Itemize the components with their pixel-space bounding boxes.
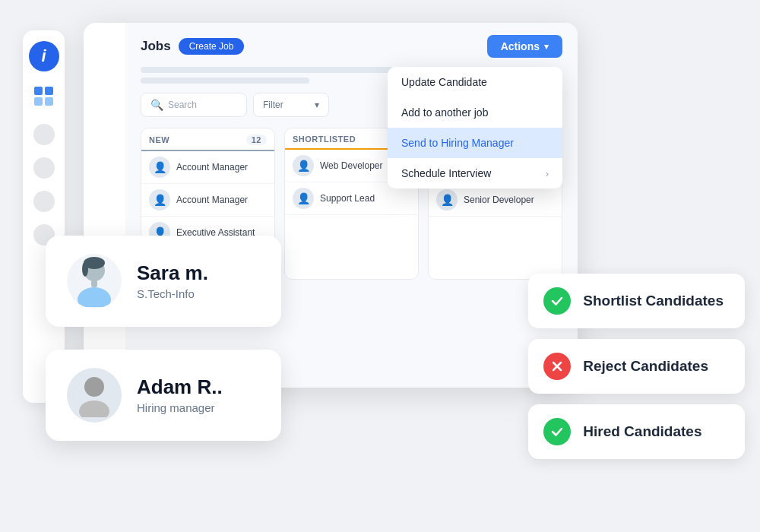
sidebar-dot-1[interactable] bbox=[33, 124, 55, 145]
header-left: Jobs Create Job bbox=[141, 38, 244, 55]
adam-avatar bbox=[67, 368, 122, 423]
skeleton-line-2 bbox=[141, 78, 309, 84]
action-card-shortlist[interactable]: Shortlist Candidates bbox=[528, 274, 745, 328]
action-card-hired[interactable]: Hired Candidates bbox=[528, 404, 745, 459]
sara-avatar bbox=[67, 254, 122, 309]
svg-point-2 bbox=[82, 261, 88, 277]
sidebar-dot-3[interactable] bbox=[33, 191, 55, 212]
hired-check-icon bbox=[543, 418, 571, 445]
sidebar: i bbox=[23, 30, 65, 403]
dropdown-item-send[interactable]: Send to Hiring Manager bbox=[388, 128, 562, 158]
adam-info: Adam R.. Hiring manager bbox=[137, 376, 223, 414]
filter-select[interactable]: Filter ▾ bbox=[253, 93, 329, 117]
svg-point-3 bbox=[78, 287, 111, 307]
create-job-button[interactable]: Create Job bbox=[179, 38, 245, 55]
adam-name: Adam R.. bbox=[137, 376, 223, 398]
search-box[interactable]: 🔍 Search bbox=[141, 93, 247, 117]
chevron-right-icon: › bbox=[546, 168, 549, 179]
search-icon: 🔍 bbox=[150, 99, 163, 111]
shortlist-label: Shortlist Candidates bbox=[583, 293, 724, 309]
reject-label: Reject Candidates bbox=[583, 358, 708, 375]
new-count: 12 bbox=[246, 135, 267, 145]
kanban-card-other-2[interactable]: 👤 Senior Developer bbox=[429, 184, 562, 217]
svg-point-5 bbox=[84, 377, 104, 397]
avatar-new-1: 👤 bbox=[149, 157, 170, 178]
avatar-other-2: 👤 bbox=[436, 189, 458, 211]
search-placeholder: Search bbox=[168, 100, 197, 110]
dropdown-item-add[interactable]: Add to another job bbox=[388, 97, 562, 128]
action-card-reject[interactable]: Reject Candidates bbox=[528, 339, 745, 394]
avatar-new-2: 👤 bbox=[149, 189, 170, 211]
avatar-short-2: 👤 bbox=[293, 188, 314, 209]
main-content: Jobs Create Job Actions ▾ Update Candida… bbox=[125, 23, 578, 388]
reject-x-icon bbox=[543, 353, 571, 380]
filter-label: Filter bbox=[263, 100, 283, 110]
dropdown-item-update[interactable]: Update Candidate bbox=[388, 67, 562, 97]
profile-card-adam: Adam R.. Hiring manager bbox=[46, 350, 281, 441]
hired-label: Hired Candidates bbox=[583, 423, 701, 440]
avatar-short-1: 👤 bbox=[293, 155, 314, 176]
app-logo[interactable]: i bbox=[29, 41, 59, 71]
jobs-title: Jobs bbox=[141, 39, 171, 54]
shortlist-check-icon bbox=[543, 287, 571, 315]
grid-icon[interactable] bbox=[34, 87, 53, 106]
profile-card-sara: Sara m. S.Tech-Info bbox=[46, 236, 281, 327]
actions-dropdown: Update Candidate Add to another job Send… bbox=[388, 67, 562, 188]
action-cards-container: Shortlist Candidates Reject Candidates H… bbox=[528, 274, 745, 459]
app-window: Jobs Create Job Actions ▾ Update Candida… bbox=[84, 23, 578, 388]
skeleton-line-1 bbox=[141, 67, 394, 73]
adam-subtitle: Hiring manager bbox=[137, 401, 223, 414]
svg-point-6 bbox=[79, 401, 109, 417]
header-bar: Jobs Create Job Actions ▾ Update Candida… bbox=[141, 35, 562, 58]
dropdown-item-schedule[interactable]: Schedule Interview › bbox=[388, 158, 562, 188]
sara-info: Sara m. S.Tech-Info bbox=[137, 262, 208, 300]
kanban-card-new-1[interactable]: 👤 Account Manager bbox=[141, 151, 274, 184]
chevron-down-icon: ▾ bbox=[544, 42, 549, 52]
sidebar-dot-2[interactable] bbox=[33, 157, 55, 179]
sara-name: Sara m. bbox=[137, 262, 208, 284]
actions-button[interactable]: Actions ▾ bbox=[487, 35, 562, 58]
actions-container: Actions ▾ Update Candidate Add to anothe… bbox=[487, 35, 562, 58]
kanban-card-new-2[interactable]: 👤 Account Manager bbox=[141, 184, 274, 217]
kanban-header-new: NEW 12 bbox=[141, 128, 274, 151]
sara-subtitle: S.Tech-Info bbox=[137, 287, 208, 300]
svg-rect-4 bbox=[91, 280, 97, 287]
filter-chevron-icon: ▾ bbox=[315, 100, 319, 110]
